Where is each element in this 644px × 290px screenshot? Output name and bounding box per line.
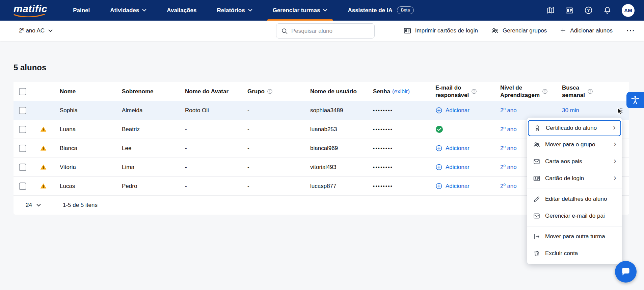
svg-text:?: ? bbox=[587, 8, 590, 13]
logo-swoosh-icon bbox=[14, 14, 45, 17]
warning-icon bbox=[40, 145, 47, 152]
info-icon[interactable] bbox=[472, 89, 477, 94]
select-all-checkbox[interactable] bbox=[19, 88, 26, 95]
beta-badge: Beta bbox=[397, 6, 414, 14]
pagination-range-info: 1-5 de 5 itens bbox=[51, 196, 98, 215]
user-avatar[interactable]: AM bbox=[622, 4, 635, 17]
toolbar-actions: Imprimir cartões de login Gerenciar grup… bbox=[403, 21, 636, 41]
add-email-link[interactable]: Adicionar bbox=[435, 183, 469, 190]
row-checkbox[interactable] bbox=[19, 126, 26, 133]
cell-name: Vitoria bbox=[60, 164, 122, 171]
table-row: Sophia Almeida Rooto Oli - sophiaa3489 •… bbox=[14, 101, 629, 120]
password-dots: •••••••• bbox=[373, 146, 393, 151]
learning-level-link[interactable]: 2º ano bbox=[500, 183, 517, 190]
nav-item-assistente-ia[interactable]: Assistente de IA Beta bbox=[348, 0, 414, 21]
button-label: Imprimir cartões de login bbox=[415, 27, 478, 34]
plus-icon bbox=[560, 27, 566, 34]
chat-launcher-button[interactable] bbox=[615, 261, 637, 283]
help-icon[interactable]: ? bbox=[584, 6, 593, 15]
menu-item-excluir-conta[interactable]: Excluir conta bbox=[527, 245, 622, 262]
add-email-link[interactable]: Adicionar bbox=[435, 145, 469, 152]
chevron-down-icon bbox=[142, 9, 146, 12]
search-input[interactable] bbox=[291, 28, 370, 34]
learning-level-link[interactable]: 2º ano bbox=[500, 107, 517, 114]
menu-item-gerenciar-email-do-pai[interactable]: Gerenciar e-mail do pai bbox=[527, 208, 622, 224]
cell-group: - bbox=[247, 164, 310, 171]
chevron-down-icon bbox=[36, 204, 41, 207]
chevron-down-icon bbox=[323, 9, 327, 12]
menu-item-label: Excluir conta bbox=[545, 250, 616, 257]
cell-surname: Beatriz bbox=[122, 126, 185, 133]
row-checkbox[interactable] bbox=[19, 164, 26, 171]
cell-group: - bbox=[247, 145, 310, 152]
menu-item-carta-aos-pais[interactable]: Carta aos pais › bbox=[527, 153, 622, 170]
map-icon[interactable] bbox=[546, 6, 555, 15]
bell-icon[interactable] bbox=[603, 6, 612, 15]
password-dots: •••••••• bbox=[373, 108, 393, 113]
menu-item-mover-para-o-grupo[interactable]: Mover para o grupo › bbox=[527, 136, 622, 153]
add-email-link[interactable]: Adicionar bbox=[435, 164, 469, 171]
cell-surname: Lee bbox=[122, 145, 185, 152]
row-context-menu: Certificado do aluno › Mover para o grup… bbox=[527, 118, 622, 264]
nav-item-avaliacoes[interactable]: Avaliações bbox=[167, 0, 196, 21]
weekly-search-link[interactable]: 30 min bbox=[562, 107, 579, 114]
header-grupo: Grupo bbox=[247, 88, 310, 95]
matific-logo[interactable]: matific bbox=[14, 4, 47, 17]
letter-icon bbox=[533, 158, 540, 165]
chevron-right-icon: › bbox=[614, 140, 616, 148]
cell-avatar-name: - bbox=[185, 183, 247, 190]
menu-item-label: Mover para o grupo bbox=[545, 141, 609, 148]
row-checkbox[interactable] bbox=[19, 107, 26, 114]
info-icon[interactable] bbox=[588, 89, 593, 94]
add-students-button[interactable]: Adicionar alunos bbox=[560, 27, 613, 34]
nav-label: Assistente de IA bbox=[348, 7, 392, 14]
warning-icon bbox=[40, 183, 47, 190]
info-icon[interactable] bbox=[542, 89, 547, 94]
accessibility-button[interactable] bbox=[626, 92, 644, 108]
row-menu-button[interactable] bbox=[617, 106, 625, 115]
menu-divider bbox=[527, 226, 622, 226]
manage-groups-button[interactable]: Gerenciar grupos bbox=[491, 27, 547, 35]
cell-surname: Almeida bbox=[122, 107, 185, 114]
info-icon[interactable] bbox=[267, 89, 272, 94]
nav-item-relatorios[interactable]: Relatórios bbox=[217, 0, 252, 21]
group-icon bbox=[533, 141, 540, 148]
navbar-right-icons: ? AM bbox=[546, 4, 635, 17]
show-passwords-link[interactable]: (exibir) bbox=[392, 88, 410, 95]
table-header-row: Nome Sobrenome Nome do Avatar Grupo Nome… bbox=[14, 82, 629, 101]
learning-level-link[interactable]: 2º ano bbox=[500, 126, 517, 133]
class-selector[interactable]: 2º ano AC bbox=[19, 21, 53, 41]
password-dots: •••••••• bbox=[373, 127, 393, 132]
id-card-icon[interactable] bbox=[565, 6, 574, 15]
menu-item-mover-para-outra-turma[interactable]: Mover para outra turma bbox=[527, 228, 622, 245]
nav-item-gerenciar-turmas[interactable]: Gerenciar turmas bbox=[273, 0, 328, 21]
logo-text: matific bbox=[14, 4, 47, 14]
cell-name: Luana bbox=[60, 126, 122, 133]
nav-item-painel[interactable]: Painel bbox=[73, 0, 90, 21]
class-toolbar: 2º ano AC Imprimir cartões de login Gere… bbox=[0, 21, 644, 41]
nav-item-atividades[interactable]: Atividades bbox=[110, 0, 146, 21]
login-card-icon bbox=[403, 27, 411, 35]
class-selector-label: 2º ano AC bbox=[19, 27, 45, 34]
learning-level-link[interactable]: 2º ano bbox=[500, 164, 517, 171]
cell-name: Sophia bbox=[60, 107, 122, 114]
header-busca-semanal: Busca semanal bbox=[562, 84, 617, 99]
add-email-link[interactable]: Adicionar bbox=[435, 107, 469, 114]
menu-item-label: Mover para outra turma bbox=[545, 233, 616, 240]
menu-item-cartao-de-login[interactable]: Cartão de login › bbox=[527, 170, 622, 187]
menu-item-certificado-do-aluno[interactable]: Certificado do aluno › bbox=[528, 120, 621, 136]
grid-dots-icon bbox=[619, 107, 623, 114]
print-login-cards-button[interactable]: Imprimir cartões de login bbox=[403, 27, 478, 35]
cell-group: - bbox=[247, 126, 310, 133]
page-size-selector[interactable]: 24 bbox=[14, 196, 51, 215]
menu-item-editar-detalhes-do-aluno[interactable]: Editar detalhes do aluno bbox=[527, 191, 622, 208]
row-checkbox[interactable] bbox=[19, 183, 26, 190]
cell-name: Bianca bbox=[60, 145, 122, 152]
chevron-right-icon: › bbox=[614, 174, 616, 182]
chevron-right-icon: › bbox=[613, 123, 616, 131]
chevron-down-icon bbox=[48, 29, 53, 32]
row-checkbox[interactable] bbox=[19, 145, 26, 152]
header-sobrenome: Sobrenome bbox=[122, 88, 185, 95]
learning-level-link[interactable]: 2º ano bbox=[500, 145, 517, 152]
toolbar-more-button[interactable]: ⋯ bbox=[625, 26, 636, 35]
